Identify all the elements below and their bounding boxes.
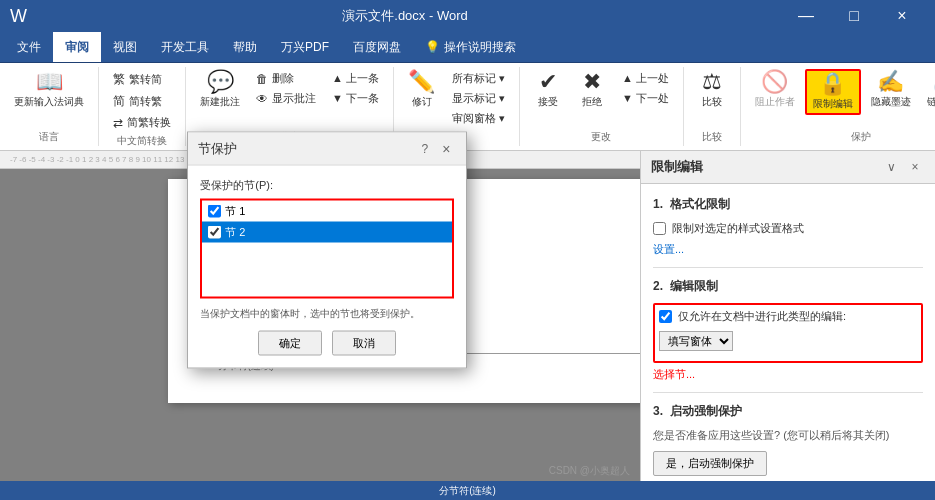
section2-checkbox[interactable] — [208, 226, 221, 239]
sections-listbox: 节 1 节 2 — [200, 199, 454, 299]
section1-label: 节 1 — [225, 204, 245, 219]
dialog-overlay: 节保护 ? × 受保护的节(P): 节 1 节 2 当保护文档中的窗体时，选中的… — [0, 0, 935, 500]
dialog-close-button[interactable]: × — [436, 139, 456, 159]
dialog-sections-label: 受保护的节(P): — [200, 178, 454, 193]
section-protection-dialog: 节保护 ? × 受保护的节(P): 节 1 节 2 当保护文档中的窗体时，选中的… — [187, 132, 467, 369]
section2-label: 节 2 — [225, 225, 245, 240]
dialog-buttons: 确定 取消 — [200, 331, 454, 356]
dialog-header-right: ? × — [422, 139, 457, 159]
dialog-body: 受保护的节(P): 节 1 节 2 当保护文档中的窗体时，选中的节也将受到保护。… — [188, 166, 466, 368]
listbox-item-section2[interactable]: 节 2 — [202, 222, 452, 243]
dialog-cancel-button[interactable]: 取消 — [332, 331, 396, 356]
dialog-ok-button[interactable]: 确定 — [258, 331, 322, 356]
dialog-info-text: 当保护文档中的窗体时，选中的节也将受到保护。 — [200, 307, 454, 321]
dialog-question-mark: ? — [422, 142, 429, 156]
listbox-item-section1[interactable]: 节 1 — [202, 201, 452, 222]
section1-checkbox[interactable] — [208, 205, 221, 218]
dialog-titlebar: 节保护 ? × — [188, 133, 466, 166]
watermark: CSDN @小奥超人 — [549, 464, 630, 478]
dialog-title: 节保护 — [198, 140, 237, 158]
